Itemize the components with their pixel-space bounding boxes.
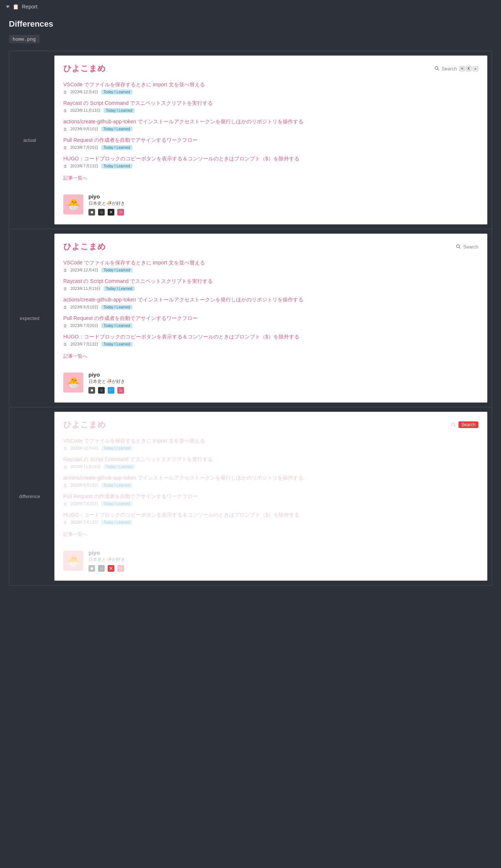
profile-icons: ■ ○ ✕ ⊃ <box>88 209 125 216</box>
article-link[interactable]: VSCode でファイルを保存するときに import 文を並べ替える <box>63 81 478 88</box>
actual-site-title: ひよこまめ <box>63 63 106 74</box>
article-link[interactable]: Raycast の Script Command でスニペットスクリプトを実行す… <box>63 100 478 107</box>
profile-desc: 日本史と🍜が好き <box>88 557 125 563</box>
actual-search-label: Search <box>442 66 457 71</box>
profile-name: piyo <box>88 193 125 200</box>
expected-article-list: VSCode でファイルを保存するときに import 文を並べ替える 🗓 20… <box>63 260 478 347</box>
list-item: HUGO：コードブロックのコピーボタンを表示する＆コンソールのときはプロンプト（… <box>63 512 478 525</box>
expected-header: ひよこまめ Search <box>63 241 478 252</box>
more-link[interactable]: 記事一覧へ <box>63 175 478 181</box>
article-date: 2023年7月13日 <box>70 341 98 347</box>
gitlink-icon[interactable]: ○ <box>98 209 105 216</box>
svg-line-1 <box>437 69 439 71</box>
expected-search-area[interactable]: Search <box>456 244 478 250</box>
github-icon[interactable]: ■ <box>88 209 95 216</box>
file-badge: home.png <box>9 35 40 43</box>
article-meta: 🗓 2023年12月4日 Today I Learned <box>63 267 478 273</box>
article-link: Raycast の Script Command でスニペットスクリプトを実行す… <box>63 456 478 463</box>
search-icon <box>456 244 461 249</box>
rss-icon[interactable]: ⊃ <box>117 387 124 394</box>
article-date: 2023年12月4日 <box>70 445 98 451</box>
list-item: HUGO：コードブロックのコピーボタンを表示する＆コンソールのときはプロンプト（… <box>63 156 478 169</box>
article-meta: 🗓 2023年7月20日 Today I Learned <box>63 323 478 328</box>
actual-profile: 🐣 piyo 日本史と🍜が好き ■ ○ ✕ ⊃ <box>63 190 478 216</box>
calendar-icon: 🗓 <box>63 287 67 291</box>
rss-icon[interactable]: ⊃ <box>117 209 124 216</box>
actual-search-area[interactable]: Search ⌘ K ✕ <box>434 66 478 71</box>
search-icon <box>451 422 456 427</box>
difference-label: difference <box>9 407 50 585</box>
difference-inner-page: ひよこまめ Search VSCode でファイルを保存するときに import… <box>54 412 487 581</box>
more-link[interactable]: 記事一覧へ <box>63 353 478 360</box>
diff-profile: 🐣 piyo 日本史と🍜が好き ■ ○ ✕ ⊃ <box>63 547 478 572</box>
report-icon: 📋 <box>13 4 19 10</box>
article-meta: 🗓 2023年7月13日 Today I Learned <box>63 341 478 347</box>
diff-header: ひよこまめ Search <box>63 419 478 430</box>
page-content: Differences home.png actual ひよこまめ Search… <box>0 13 501 591</box>
profile-desc: 日本史と🍜が好き <box>88 378 125 385</box>
article-meta: 🗓 2023年9月10日 Today I Learned <box>63 126 478 132</box>
list-item: Raycast の Script Command でスニペットスクリプトを実行す… <box>63 100 478 113</box>
calendar-icon: 🗓 <box>63 90 67 94</box>
avatar: 🐣 <box>63 551 83 571</box>
calendar-icon: 🗓 <box>63 324 67 328</box>
calendar-icon: 🗓 <box>63 446 67 451</box>
article-link[interactable]: actions/create-github-app-token でインストールア… <box>63 297 478 303</box>
list-item: Raycast の Script Command でスニペットスクリプトを実行す… <box>63 456 478 470</box>
expected-search-label: Search <box>463 244 478 250</box>
actual-label: actual <box>9 51 50 229</box>
svg-line-3 <box>459 247 461 249</box>
article-meta: 🗓 2023年7月13日 Today I Learned <box>63 163 478 169</box>
svg-line-5 <box>454 425 456 427</box>
tag-badge: Today I Learned <box>101 520 132 525</box>
svg-point-4 <box>452 423 455 426</box>
article-link[interactable]: actions/create-github-app-token でインストールア… <box>63 118 478 125</box>
article-link[interactable]: Pull Request の作成者を自動でアサインするワークフロー <box>63 315 478 322</box>
list-item: HUGO：コードブロックのコピーボタンを表示する＆コンソールのときはプロンプト（… <box>63 334 478 347</box>
diff-profile-icons: ■ ○ ✕ ⊃ <box>88 565 125 572</box>
calendar-icon: 🗓 <box>63 164 67 168</box>
tag-badge: Today I Learned <box>101 145 132 150</box>
tag-badge: Today I Learned <box>101 127 132 131</box>
avatar: 🐣 <box>63 194 83 214</box>
article-meta: 🗓 2023年12月4日 Today I Learned <box>63 89 478 95</box>
collapse-triangle[interactable] <box>6 6 10 8</box>
article-link: HUGO：コードブロックのコピーボタンを表示する＆コンソールのときはプロンプト（… <box>63 512 478 518</box>
article-link[interactable]: VSCode でファイルを保存するときに import 文を並べ替える <box>63 260 478 266</box>
gitlink-icon[interactable]: ○ <box>98 387 105 394</box>
article-date: 2023年9月10日 <box>70 304 98 310</box>
list-item: actions/create-github-app-token でインストールア… <box>63 297 478 310</box>
article-date: 2023年9月10日 <box>70 483 98 488</box>
tag-badge: Today I Learned <box>104 286 135 291</box>
article-link[interactable]: HUGO：コードブロックのコピーボタンを表示する＆コンソールのときはプロンプト（… <box>63 156 478 162</box>
profile-icons: ■ ○ 🐦 ⊃ <box>88 387 125 394</box>
tag-badge: Today I Learned <box>104 108 135 113</box>
avatar-image: 🐣 <box>67 198 80 211</box>
article-date: 2023年7月13日 <box>70 163 98 169</box>
actual-inner-page: ひよこまめ Search ⌘ K ✕ <box>54 56 487 224</box>
article-date: 2023年7月13日 <box>70 520 98 525</box>
tag-badge: Today I Learned <box>104 464 135 469</box>
article-link[interactable]: Pull Request の作成者を自動でアサインするワークフロー <box>63 137 478 144</box>
diff-search-area: Search <box>451 421 478 428</box>
article-meta: 🗓 2023年9月10日 Today I Learned <box>63 304 478 310</box>
page-title: Differences <box>9 19 492 29</box>
tag-badge: Today I Learned <box>101 305 132 310</box>
article-link[interactable]: Raycast の Script Command でスニペットスクリプトを実行す… <box>63 278 478 285</box>
search-icon <box>434 66 440 71</box>
article-date: 2023年12月4日 <box>70 89 98 95</box>
article-meta: 🗓 2023年11月13日 Today I Learned <box>63 108 478 113</box>
actual-content: ひよこまめ Search ⌘ K ✕ <box>54 56 487 224</box>
calendar-icon: 🗓 <box>63 342 67 347</box>
tag-badge: Today I Learned <box>101 501 132 506</box>
actual-search-kbd: ⌘ K ✕ <box>459 66 478 71</box>
profile-name: piyo <box>88 371 125 378</box>
article-link[interactable]: HUGO：コードブロックのコピーボタンを表示する＆コンソールのときはプロンプト（… <box>63 334 478 340</box>
github-icon[interactable]: ■ <box>88 387 95 394</box>
twitter-icon[interactable]: 🐦 <box>108 387 114 394</box>
top-bar: 📋 Report <box>0 0 501 13</box>
avatar-image: 🐣 <box>67 377 80 389</box>
twitter-icon[interactable]: ✕ <box>108 209 114 216</box>
article-meta: 🗓 2023年7月13日 Today I Learned <box>63 520 478 525</box>
profile-info: piyo 日本史と🍜が好き ■ ○ ✕ ⊃ <box>88 193 125 216</box>
